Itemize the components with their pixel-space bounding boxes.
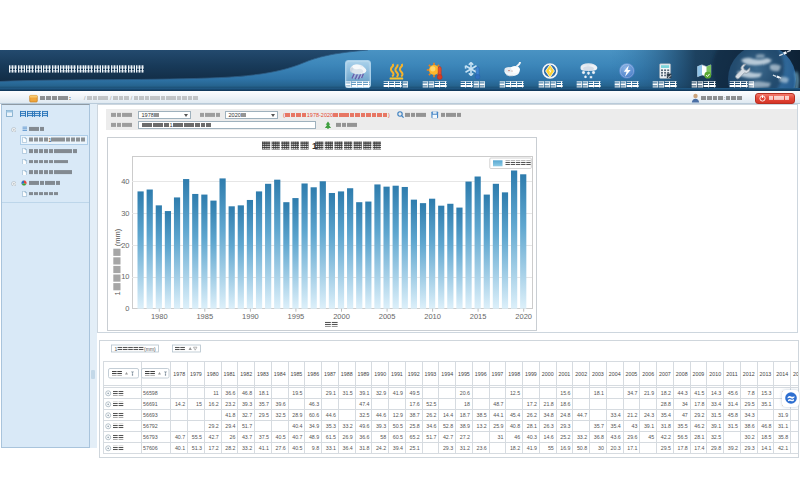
svg-text:46.8: 46.8 [761, 423, 771, 429]
svg-text:26.9: 26.9 [342, 434, 352, 440]
svg-text:17.8: 17.8 [694, 401, 704, 407]
svg-text:36.4: 36.4 [342, 445, 352, 451]
svg-text:2000: 2000 [541, 371, 553, 377]
svg-text:39.6: 39.6 [275, 401, 285, 407]
svg-text:46.2: 46.2 [694, 423, 704, 429]
svg-text:13.2: 13.2 [476, 423, 486, 429]
svg-text:1984: 1984 [273, 371, 285, 377]
svg-text:31: 31 [497, 434, 503, 440]
svg-text:32.5: 32.5 [359, 412, 369, 418]
svg-text:65.2: 65.2 [409, 434, 419, 440]
svg-text:12.5: 12.5 [509, 390, 519, 396]
svg-text:29.8: 29.8 [710, 445, 720, 451]
svg-text:1991: 1991 [391, 371, 403, 377]
svg-text:21.2: 21.2 [627, 412, 637, 418]
svg-text:1985: 1985 [196, 312, 213, 321]
svg-text:26.2: 26.2 [526, 412, 536, 418]
svg-text:1990: 1990 [374, 371, 386, 377]
svg-text:2014: 2014 [776, 371, 788, 377]
svg-text:2020: 2020 [515, 312, 532, 321]
svg-text:39.2: 39.2 [727, 445, 737, 451]
svg-text:41.9: 41.9 [526, 445, 536, 451]
svg-text:35.7: 35.7 [258, 401, 268, 407]
svg-text:31.5: 31.5 [710, 412, 720, 418]
svg-text:14.6: 14.6 [543, 434, 553, 440]
svg-text:1997: 1997 [491, 371, 503, 377]
svg-text:31.8: 31.8 [660, 423, 670, 429]
svg-text:42.7: 42.7 [208, 434, 218, 440]
svg-text:56793: 56793 [143, 434, 158, 440]
svg-text:41.8: 41.8 [225, 412, 235, 418]
svg-text:34.3: 34.3 [744, 412, 754, 418]
svg-text:33.1: 33.1 [325, 445, 335, 451]
svg-text:31.2: 31.2 [459, 445, 469, 451]
svg-text:24.3: 24.3 [643, 412, 653, 418]
svg-text:1995: 1995 [287, 312, 304, 321]
svg-text:40.7: 40.7 [174, 434, 184, 440]
svg-text:57606: 57606 [143, 445, 158, 451]
svg-text:48.7: 48.7 [493, 401, 503, 407]
svg-text:28.1: 28.1 [694, 434, 704, 440]
svg-text:17.4: 17.4 [694, 445, 704, 451]
svg-text:1992: 1992 [407, 371, 419, 377]
svg-text:46.8: 46.8 [241, 390, 251, 396]
svg-text:30: 30 [121, 209, 129, 218]
svg-text:17.8: 17.8 [677, 445, 687, 451]
svg-text:1996: 1996 [474, 371, 486, 377]
svg-text:45.8: 45.8 [727, 412, 737, 418]
svg-text:29.2: 29.2 [208, 423, 218, 429]
svg-text:1987: 1987 [324, 371, 336, 377]
svg-text:61.5: 61.5 [325, 434, 335, 440]
svg-text:29.3: 29.3 [744, 445, 754, 451]
svg-text:34: 34 [681, 401, 687, 407]
svg-text:34.8: 34.8 [543, 412, 553, 418]
svg-text:14.4: 14.4 [442, 412, 452, 418]
svg-text:38.6: 38.6 [744, 423, 754, 429]
svg-text:42.2: 42.2 [660, 434, 670, 440]
svg-text:1989: 1989 [357, 371, 369, 377]
svg-text:35.4: 35.4 [610, 423, 620, 429]
svg-text:14.2: 14.2 [174, 401, 184, 407]
svg-text:1998: 1998 [508, 371, 520, 377]
svg-text:14.1: 14.1 [761, 445, 771, 451]
svg-text:20.6: 20.6 [459, 390, 469, 396]
svg-text:44.3: 44.3 [677, 390, 687, 396]
svg-text:2003: 2003 [592, 371, 604, 377]
svg-text:48.9: 48.9 [308, 434, 318, 440]
svg-text:55: 55 [547, 445, 553, 451]
svg-text:40.7: 40.7 [292, 434, 302, 440]
svg-text:40.5: 40.5 [275, 434, 285, 440]
svg-text:28.1: 28.1 [526, 423, 536, 429]
svg-text:51.7: 51.7 [241, 423, 251, 429]
svg-text:44.1: 44.1 [493, 412, 503, 418]
svg-text:1994: 1994 [441, 371, 453, 377]
svg-text:39.1: 39.1 [710, 423, 720, 429]
svg-text:29.3: 29.3 [442, 445, 452, 451]
svg-text:41.1: 41.1 [258, 445, 268, 451]
svg-text:1993: 1993 [424, 371, 436, 377]
svg-text:32.5: 32.5 [710, 434, 720, 440]
svg-text:33.2: 33.2 [241, 445, 251, 451]
svg-text:29.5: 29.5 [660, 445, 670, 451]
svg-text:33.2: 33.2 [342, 423, 352, 429]
svg-text:2008: 2008 [675, 371, 687, 377]
svg-text:17.2: 17.2 [208, 445, 218, 451]
svg-text:11: 11 [213, 390, 219, 396]
svg-text:2011: 2011 [726, 371, 737, 377]
svg-text:23.6: 23.6 [476, 445, 486, 451]
svg-text:17.6: 17.6 [409, 401, 419, 407]
svg-text:28.8: 28.8 [660, 401, 670, 407]
svg-text:32.9: 32.9 [375, 390, 385, 396]
svg-text:30: 30 [598, 445, 604, 451]
svg-text:1: 1 [112, 291, 121, 295]
svg-text:40: 40 [121, 177, 129, 186]
svg-text:2015: 2015 [793, 371, 798, 377]
svg-text:15.6: 15.6 [560, 390, 570, 396]
svg-text:56792: 56792 [143, 423, 158, 429]
svg-text:17.2: 17.2 [526, 401, 536, 407]
svg-text:31.5: 31.5 [342, 390, 352, 396]
svg-text:27.2: 27.2 [459, 434, 469, 440]
svg-text:41.5: 41.5 [694, 390, 704, 396]
svg-text:7.8: 7.8 [747, 390, 754, 396]
svg-text:21.9: 21.9 [643, 390, 653, 396]
